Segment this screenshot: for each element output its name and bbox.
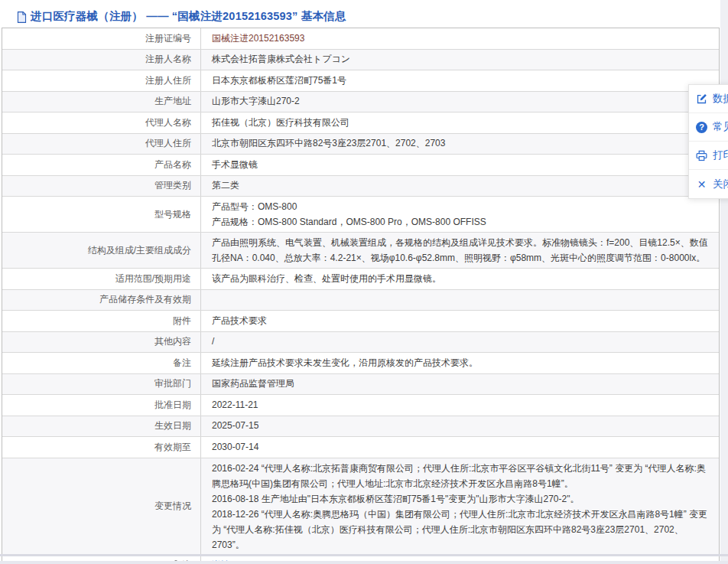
row-label-text: 审批部门 (154, 377, 191, 390)
table-row: 备注延续注册产品技术要求未发生变化，沿用原核发的产品技术要求。 (2, 353, 719, 374)
row-label: 适用范围/预期用途 (2, 269, 201, 289)
row-value: 山形市大字漆山270-2 (201, 92, 719, 111)
row-label: 附件 (2, 311, 201, 331)
row-value-line: 产品型号：OMS-800 (212, 199, 711, 214)
row-label: 结构及组成/主要组成成分 (2, 233, 201, 268)
row-value: 产品由照明系统、电气装置、机械装置组成，各规格的结构及组成详见技术要求。标准物镜… (201, 233, 719, 268)
table-row: 注册人住所日本东京都板桥区莲沼町75番1号 (2, 70, 719, 92)
row-label-text: 批准日期 (154, 399, 191, 412)
table-row: 适用范围/预期用途该产品为眼科治疗、检查、处置时使用的手术用显微镜。 (2, 269, 719, 290)
row-label-text: 生产地址 (154, 95, 191, 108)
row-label: 批准日期 (2, 395, 201, 416)
row-label: 代理人住所 (2, 134, 201, 155)
footer-strip (0, 561, 728, 564)
side-item-label: 关闭页面 (713, 178, 728, 191)
row-label: 有效期至 (2, 437, 201, 458)
row-value: 手术显微镜 (201, 155, 719, 174)
row-label: 备注 (2, 353, 201, 373)
row-value-line: 2016-02-24 “代理人名称:北京拓普康商贸有限公司；代理人住所:北京市平… (212, 461, 711, 491)
table-row: 变更情况2016-02-24 “代理人名称:北京拓普康商贸有限公司；代理人住所:… (2, 458, 719, 556)
table-row: 产品储存条件及有效期 (2, 290, 719, 311)
row-value: 2022-11-21 (201, 396, 719, 415)
row-label-text: 产品储存条件及有效期 (99, 293, 191, 306)
printer-icon (696, 150, 707, 161)
table-row: 批准日期2022-11-21 (2, 395, 719, 416)
row-value-line: 产品规格：OMS-800 Standard，OMS-800 Pro，OMS-80… (212, 214, 711, 230)
row-label-text: 管理类别 (154, 179, 191, 192)
question-icon: ? (696, 122, 707, 133)
table-row: 代理人名称拓佳视（北京）医疗科技有限公司 (2, 112, 719, 134)
row-label: 管理类别 (2, 176, 201, 197)
table-row: 型号规格产品型号：OMS-800产品规格：OMS-800 Standard，OM… (2, 197, 719, 233)
row-value: 拓佳视（北京）医疗科技有限公司 (201, 113, 719, 132)
side-item-printer[interactable]: 打印页面 (689, 142, 728, 170)
row-label: 变更情况 (2, 458, 201, 555)
row-value-line: 产品由照明系统、电气装置、机械装置组成，各规格的结构及组成详见技术要求。标准物镜… (212, 235, 711, 266)
page-header: 进口医疗器械（注册） —— “国械注进20152163593” 基本信息 (0, 0, 728, 26)
row-label: 注册证编号 (2, 28, 201, 49)
row-value: 国械注进20152163593 (201, 29, 719, 48)
table-row: 注册证编号国械注进20152163593 (2, 28, 719, 50)
row-label-text: 代理人住所 (145, 137, 191, 150)
row-value: 2030-07-14 (201, 438, 719, 457)
row-label: 产品名称 (2, 155, 201, 175)
table-row: 管理类别第二类 (2, 176, 719, 197)
row-label-text: 适用范围/预期用途 (115, 272, 191, 285)
info-table: 注册证编号国械注进20152163593注册人名称株式会社拓普康株式会社トプコン… (2, 28, 720, 564)
row-label-text: 注册人住所 (145, 74, 191, 87)
row-value: 北京市朝阳区东四环中路82号3座23层2701、2702、2703 (201, 134, 719, 153)
row-label-text: 注册证编号 (145, 32, 191, 45)
table-row: 生产地址山形市大字漆山270-2 (2, 92, 719, 113)
row-value: 产品型号：OMS-800产品规格：OMS-800 Standard，OMS-80… (201, 197, 719, 232)
edit-icon (696, 93, 707, 105)
row-label: 生产地址 (2, 92, 201, 112)
row-value: 国家药品监督管理局 (201, 374, 719, 393)
table-row: 有效期至2030-07-14 (2, 437, 719, 458)
side-item-close[interactable]: ✕关闭页面 (689, 170, 728, 198)
row-label-text: 生效日期 (154, 419, 191, 432)
document-icon (17, 11, 27, 23)
row-label: 注册人住所 (2, 70, 201, 91)
side-toolbar: 数据纠错?常见问题打印页面✕关闭页面 (688, 84, 728, 199)
row-label-text: 其他内容 (154, 335, 191, 348)
table-row: 结构及组成/主要组成成分产品由照明系统、电气装置、机械装置组成，各规格的结构及组… (2, 233, 719, 269)
row-label: 型号规格 (2, 197, 201, 232)
row-value-line: 2018-12-26 “代理人名称:奥腾思格玛（中国）集团有限公司；代理人住所:… (212, 507, 711, 553)
footer-divider (0, 554, 728, 556)
table-row: 审批部门国家药品监督管理局 (2, 374, 719, 396)
row-label-text: 附件 (173, 315, 191, 328)
page-title: 进口医疗器械（注册） —— “国械注进20152163593” 基本信息 (31, 9, 346, 24)
row-value (201, 297, 719, 303)
row-label: 其他内容 (2, 332, 201, 353)
row-label-text: 型号规格 (154, 208, 191, 221)
side-item-edit[interactable]: 数据纠错 (689, 85, 728, 113)
row-value: 日本东京都板桥区莲沼町75番1号 (201, 71, 719, 90)
row-label: 产品储存条件及有效期 (2, 290, 201, 311)
table-row: 产品名称手术显微镜 (2, 155, 719, 176)
row-label: 生效日期 (2, 416, 201, 437)
row-label-text: 变更情况 (154, 500, 191, 513)
side-item-question[interactable]: ?常见问题 (689, 113, 728, 142)
row-value: 株式会社拓普康株式会社トプコン (201, 50, 719, 69)
row-label-text: 备注 (173, 357, 191, 370)
side-item-label: 常见问题 (713, 120, 728, 134)
row-value: 2016-02-24 “代理人名称:北京拓普康商贸有限公司；代理人住所:北京市平… (201, 458, 719, 555)
table-row: 生效日期2025-07-15 (2, 416, 719, 438)
row-value: 延续注册产品技术要求未发生变化，沿用原核发的产品技术要求。 (201, 354, 719, 373)
row-value: 产品技术要求 (201, 311, 719, 331)
row-label-text: 产品名称 (154, 158, 191, 171)
row-label-text: 注册人名称 (145, 53, 191, 66)
close-icon: ✕ (696, 178, 707, 191)
row-value: / (201, 332, 719, 351)
side-item-label: 数据纠错 (713, 92, 728, 106)
row-value: 该产品为眼科治疗、检查、处置时使用的手术用显微镜。 (201, 269, 719, 289)
table-row: 附件产品技术要求 (2, 311, 719, 332)
row-label-text: 代理人名称 (145, 116, 191, 129)
row-label: 审批部门 (2, 374, 201, 395)
row-value-line: 2016-08-18 生产地址由"日本东京都板桥区莲沼町75番1号"变更为"山形… (212, 491, 711, 507)
row-label-text: 结构及组成/主要组成成分 (88, 244, 191, 257)
row-value: 第二类 (201, 176, 719, 195)
row-label: 代理人名称 (2, 112, 201, 133)
table-row: 注册人名称株式会社拓普康株式会社トプコン (2, 50, 719, 71)
table-row: 其他内容/ (2, 332, 719, 354)
